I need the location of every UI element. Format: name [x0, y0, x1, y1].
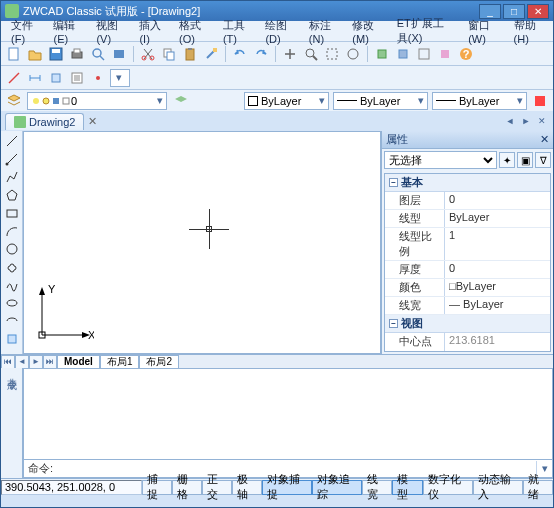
tab-close-icon[interactable]: ✕ [88, 115, 97, 128]
quickselect-icon[interactable]: ∇ [535, 152, 551, 168]
tool2-icon[interactable] [394, 45, 412, 63]
status-dyn[interactable]: 动态输入 [473, 480, 523, 495]
menu-insert[interactable]: 插入(I) [133, 16, 171, 47]
status-ready[interactable]: 就绪 [523, 480, 553, 495]
ray-tool-icon[interactable] [3, 151, 21, 167]
revcloud-tool-icon[interactable] [3, 259, 21, 275]
undo-icon[interactable] [231, 45, 249, 63]
menu-dim[interactable]: 标注(N) [303, 16, 344, 47]
prop-linetype[interactable]: ByLayer [445, 210, 550, 227]
linetype-dropdown[interactable]: ByLayer▾ [333, 92, 428, 110]
layer-dropdown[interactable]: 0 ▾ [27, 92, 167, 110]
prop-lineweight[interactable]: — ByLayer [445, 297, 550, 314]
circle-tool-icon[interactable] [3, 241, 21, 257]
group-basic[interactable]: −基本 [385, 174, 550, 192]
status-osnap[interactable]: 对象捕捉 [262, 480, 312, 495]
new-icon[interactable] [5, 45, 23, 63]
coordinates[interactable]: 390.5043, 251.0028, 0 [1, 480, 142, 495]
tool3-icon[interactable] [415, 45, 433, 63]
menu-view[interactable]: 视图(V) [90, 16, 131, 47]
status-grid[interactable]: 栅格 [172, 480, 202, 495]
menu-draw[interactable]: 绘图(D) [259, 16, 300, 47]
id-icon[interactable] [89, 69, 107, 87]
status-tablet[interactable]: 数字化仪 [423, 480, 473, 495]
copy-icon[interactable] [160, 45, 178, 63]
publish-icon[interactable] [110, 45, 128, 63]
menu-help[interactable]: 帮助(H) [508, 16, 549, 47]
tool1-icon[interactable] [373, 45, 391, 63]
tab-prev-icon[interactable]: ◄ [15, 355, 29, 369]
line-icon[interactable] [5, 69, 23, 87]
small-drop[interactable]: ▾ [110, 69, 130, 87]
arc-tool-icon[interactable] [3, 223, 21, 239]
pline-tool-icon[interactable] [3, 169, 21, 185]
menu-file[interactable]: 文件(F) [5, 16, 45, 47]
menu-tools[interactable]: 工具(T) [217, 16, 257, 47]
group-view[interactable]: −视图 [385, 315, 550, 333]
doc-close-icon[interactable]: ✕ [535, 114, 549, 128]
list-icon[interactable] [68, 69, 86, 87]
spline-tool-icon[interactable] [3, 277, 21, 293]
dist-icon[interactable] [26, 69, 44, 87]
layers-icon[interactable] [5, 92, 23, 110]
ellipse-tool-icon[interactable] [3, 295, 21, 311]
doc-prev-icon[interactable]: ◄ [503, 114, 517, 128]
zoom-rt-icon[interactable] [302, 45, 320, 63]
tool4-icon[interactable] [436, 45, 454, 63]
cut-icon[interactable] [139, 45, 157, 63]
layer-prev-icon[interactable] [171, 92, 189, 110]
zoom-win-icon[interactable] [323, 45, 341, 63]
status-lwt[interactable]: 线宽 [362, 480, 392, 495]
selection-dropdown[interactable]: 无选择 [384, 151, 497, 169]
menu-format[interactable]: 格式(O) [173, 16, 215, 47]
menu-window[interactable]: 窗口(W) [462, 16, 505, 47]
print-icon[interactable] [68, 45, 86, 63]
prop-color[interactable]: □ByLayer [445, 279, 550, 296]
status-otrack[interactable]: 对象追踪 [312, 480, 362, 495]
prop-thickness[interactable]: 0 [445, 261, 550, 278]
matchprop-icon[interactable] [202, 45, 220, 63]
tab-drawing2[interactable]: Drawing2 [5, 113, 84, 130]
status-ortho[interactable]: 正交 [202, 480, 232, 495]
properties-close-icon[interactable]: ✕ [540, 133, 549, 146]
redo-icon[interactable] [252, 45, 270, 63]
doc-next-icon[interactable]: ► [519, 114, 533, 128]
menu-et[interactable]: ET扩展工具(X) [391, 14, 460, 48]
prop-ltscale[interactable]: 1 [445, 228, 550, 260]
pan-icon[interactable] [281, 45, 299, 63]
help-icon[interactable]: ? [457, 45, 475, 63]
tab-next-icon[interactable]: ► [29, 355, 43, 369]
open-icon[interactable] [26, 45, 44, 63]
color-dropdown[interactable]: ByLayer▾ [244, 92, 329, 110]
line-tool-icon[interactable] [3, 133, 21, 149]
prop-layer[interactable]: 0 [445, 192, 550, 209]
pickadd-icon[interactable]: ✦ [499, 152, 515, 168]
zoom-prev-icon[interactable] [344, 45, 362, 63]
command-history[interactable] [23, 368, 553, 460]
paste-icon[interactable] [181, 45, 199, 63]
save-icon[interactable] [47, 45, 65, 63]
tab-first-icon[interactable]: ⏮ [1, 355, 15, 369]
menu-edit[interactable]: 编辑(E) [47, 16, 88, 47]
status-snap[interactable]: 捕捉 [142, 480, 172, 495]
tab-last-icon[interactable]: ⏭ [43, 355, 57, 369]
rect-tool-icon[interactable] [3, 205, 21, 221]
block-tool-icon[interactable] [3, 331, 21, 347]
polygon-tool-icon[interactable] [3, 187, 21, 203]
ellipsearc-tool-icon[interactable] [3, 313, 21, 329]
color-icon[interactable] [531, 92, 549, 110]
properties-header[interactable]: 属性 ✕ [382, 131, 553, 149]
menu-modify[interactable]: 修改(M) [346, 16, 388, 47]
tab-layout1[interactable]: 布局1 [100, 355, 140, 369]
svg-rect-29 [52, 74, 60, 82]
area-icon[interactable] [47, 69, 65, 87]
lineweight-dropdown[interactable]: ByLayer▾ [432, 92, 527, 110]
preview-icon[interactable] [89, 45, 107, 63]
select-icon[interactable]: ▣ [517, 152, 533, 168]
drawing-canvas[interactable]: Y X [23, 131, 381, 354]
svg-marker-43 [7, 190, 17, 200]
status-model[interactable]: 模型 [392, 480, 422, 495]
status-polar[interactable]: 极轴 [232, 480, 262, 495]
tab-layout2[interactable]: 布局2 [139, 355, 179, 369]
tab-model[interactable]: Model [57, 355, 100, 369]
